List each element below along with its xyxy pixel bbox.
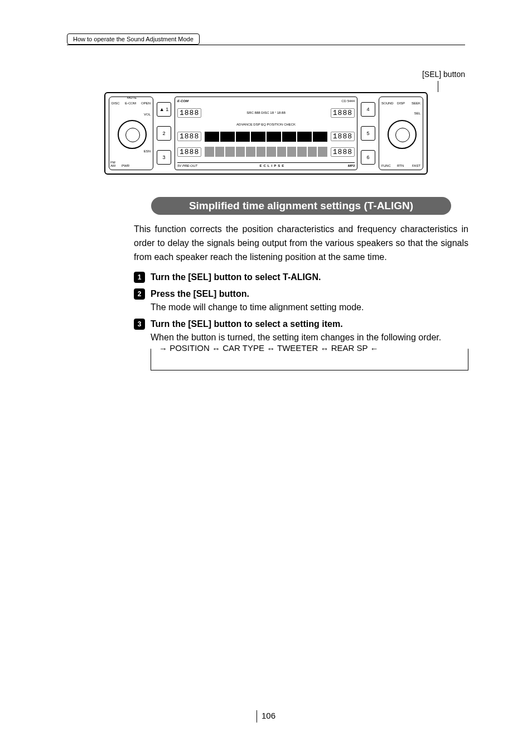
right-dial-icon (388, 120, 417, 149)
device-illustration: MUTE DISC E-COM OPEN VOL ESN FM AM PWR ▲… (104, 92, 428, 175)
seg-l1: 1888 (177, 108, 201, 118)
preout-label: 5V PRE-OUT (177, 164, 197, 167)
sel-button-callout: [SEL] button (67, 70, 465, 79)
arrow-right-icon: → (159, 344, 167, 353)
label-mute: MUTE (127, 96, 137, 99)
step-2-bold: Press the [SEL] button. (151, 289, 249, 298)
seg-r1: 1888 (331, 108, 355, 118)
label-seek: SEEK (412, 102, 420, 105)
mp3-label: MP3 (348, 164, 355, 167)
label-pwr: PWR (122, 164, 129, 167)
preset-3: 3 (157, 150, 171, 165)
seg-l2: 1888 (177, 132, 201, 141)
breadcrumb: How to operate the Sound Adjustment Mode (67, 33, 200, 45)
screen-topline: SRC 888 DISC 18 ° 18:88 (205, 111, 327, 114)
label-sound: SOUND (381, 102, 394, 105)
preset-5: 5 (361, 126, 375, 141)
spectrum2-icon (205, 147, 327, 157)
flow-order: → POSITION ↔ CAR TYPE ↔ TWEETER ↔ REAR S… (151, 349, 468, 370)
preset-col-right: 4 5 6 (361, 97, 375, 170)
label-fast: FAST (412, 164, 420, 167)
preset-col-left: ▲ 1 2 3 (157, 97, 171, 170)
preset-1: ▲ 1 (157, 102, 171, 117)
seg-r2: 1888 (331, 132, 355, 141)
label-sel: SEL (414, 112, 420, 115)
label-vol: VOL (144, 113, 151, 116)
label-disc: DISC (112, 102, 119, 105)
callout-leader (438, 81, 438, 92)
flow-d: REAR SP (331, 343, 368, 353)
screen-brand: E-COM (177, 99, 188, 103)
page-number: 106 (0, 710, 532, 723)
step-2-body: The mode will change to time alignment s… (151, 302, 364, 312)
spectrum-icon (205, 132, 327, 142)
arrow-left-icon: ← (370, 344, 378, 353)
step-num-2: 2 (134, 288, 145, 300)
step-3-bold: Turn the [SEL] button to select a settin… (151, 319, 343, 329)
arrow-lr-icon: ↔ (321, 344, 329, 353)
lcd-screen: E-COM CD 5444 1888 SRC 888 DISC 18 ° 18:… (175, 97, 357, 170)
step-1-bold: Turn the [SEL] button to select T-ALIGN. (151, 272, 321, 282)
label-disp: DISP (397, 102, 405, 105)
left-dial-icon (118, 120, 147, 149)
step-2: 2 Press the [SEL] button. The mode will … (134, 287, 468, 314)
section-intro: This function corrects the position char… (134, 223, 468, 264)
label-esn: ESN (144, 150, 151, 153)
step-3-body: When the button is turned, the setting i… (151, 333, 441, 342)
right-knob: SOUND DISP SEEK SEL FUNC RTN FAST (379, 97, 423, 170)
step-num-1: 1 (134, 272, 145, 283)
step-num-3: 3 (134, 319, 145, 330)
label-rtn: RTN (397, 164, 404, 167)
section-title: Simplified time alignment settings (T-AL… (151, 197, 451, 215)
screen-tags: ADVANCE DSP EQ POSITION CHECK (177, 123, 355, 126)
preset-4: 4 (361, 102, 375, 117)
seg-r3: 1888 (331, 147, 355, 157)
step-3: 3 Turn the [SEL] button to select a sett… (134, 317, 468, 344)
left-knob: MUTE DISC E-COM OPEN VOL ESN FM AM PWR (109, 97, 153, 170)
flow-b: CAR TYPE (223, 343, 264, 353)
arrow-lr-icon: ↔ (212, 344, 220, 353)
step-1: 1 Turn the [SEL] button to select T-ALIG… (134, 271, 468, 284)
arrow-lr-icon: ↔ (267, 344, 275, 353)
seg-l3: 1888 (177, 147, 201, 157)
label-ecom: E-COM (125, 102, 136, 105)
screen-model: CD 5444 (341, 99, 355, 103)
preset-2: 2 (157, 126, 171, 141)
preset-6: 6 (361, 150, 375, 165)
eclipse-brand: ECLIPSE (259, 164, 286, 167)
flow-c: TWEETER (277, 343, 318, 353)
label-fm-am: FM AM (110, 161, 115, 167)
label-func: FUNC (381, 164, 391, 167)
label-open: OPEN (141, 102, 151, 105)
flow-a: POSITION (170, 343, 210, 353)
